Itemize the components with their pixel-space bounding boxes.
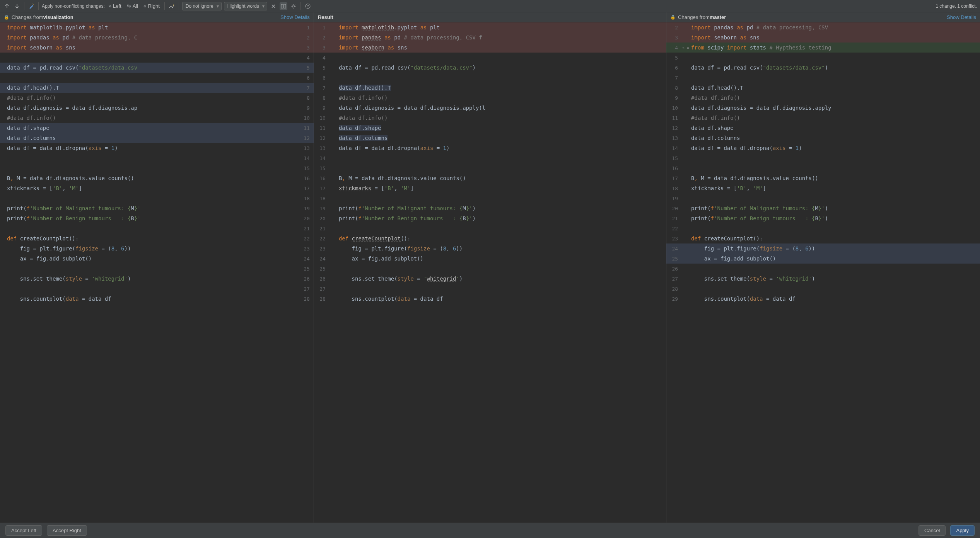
highlight-icon[interactable] [168,2,176,10]
code-line[interactable]: 13 data_df.columns [666,133,980,143]
code-line[interactable]: 7 data_df.head().T [314,83,666,93]
next-diff-icon[interactable] [13,2,21,10]
merge-action-icons[interactable]: « ✕ [682,46,690,50]
code-line[interactable]: import seaborn as sns 3 [0,43,314,53]
highlight-dropdown[interactable]: Highlight words [224,2,267,10]
apply-left-link[interactable]: » Left [109,3,121,9]
code-line[interactable]: 11 #data_df.info() [666,113,980,123]
code-line[interactable]: 20 print(f'Number of Benign tumours : {B… [314,213,666,223]
code-line[interactable]: 13 data_df = data_df.dropna(axis = 1) [314,143,666,153]
code-line[interactable]: 14 [314,153,666,163]
collapse-icon[interactable] [270,2,277,10]
code-line[interactable]: 16 [666,163,980,173]
magic-resolve-icon[interactable] [27,2,35,10]
code-line[interactable]: 17 xtickmarks = ['B', 'M'] [314,183,666,193]
code-line[interactable]: sns.set_theme(style = 'whitegrid') 26 [0,274,314,284]
code-line[interactable]: 4 [0,53,314,63]
code-line[interactable]: 15 [314,163,666,173]
code-line[interactable]: B, M = data_df.diagnosis.value_counts() … [0,173,314,183]
code-line[interactable]: 15 [0,163,314,173]
code-line[interactable]: 6 [0,73,314,83]
code-line[interactable]: #data_df.info() 8 [0,93,314,103]
code-line[interactable]: data_df.columns 12 [0,133,314,143]
help-icon[interactable]: ? [304,2,312,10]
code-line[interactable]: data_df.diagnosis = data_df.diagnosis.ap… [0,103,314,113]
apply-all-link[interactable]: ⇆ All [127,3,138,9]
code-line[interactable]: 2 import pandas as pd # data processing,… [314,32,666,43]
code-line[interactable]: 5 [666,53,980,63]
code-line[interactable]: fig = plt.figure(figsize = (8, 6)) 23 [0,243,314,254]
code-line[interactable]: ax = fig.add_subplot() 24 [0,254,314,264]
code-line[interactable]: 28 sns.countplot(data = data_df [314,294,666,304]
code-line[interactable]: 5 data_df = pd.read_csv("datasets/data.c… [314,63,666,73]
code-line[interactable]: xtickmarks = ['B', 'M'] 17 [0,183,314,193]
code-line[interactable]: 23 fig = plt.figure(figsize = (8, 6)) [314,243,666,254]
code-line[interactable]: 16 B, M = data_df.diagnosis.value_counts… [314,173,666,183]
code-line[interactable]: 14 data_df = data_df.dropna(axis = 1) [666,143,980,153]
code-line[interactable]: 4 [314,53,666,63]
code-line[interactable]: 26 [666,264,980,274]
code-line[interactable]: 27 sns.set_theme(style = 'whitegrid') [666,274,980,284]
code-line[interactable]: data_df.shape 11 [0,123,314,133]
middle-pane[interactable]: 1 import matplotlib.pyplot as plt 2 impo… [314,22,666,523]
code-line[interactable]: 10 data_df.diagnosis = data_df.diagnosis… [666,103,980,113]
code-line[interactable]: 9 #data_df.info() [666,93,980,103]
code-line[interactable]: 2 import pandas as pd # data processing,… [666,22,980,32]
code-line[interactable]: def createCountplot(): 22 [0,233,314,243]
code-line[interactable]: print(f'Number of Benign tumours : {B}' … [0,213,314,223]
show-details-left[interactable]: Show Details [280,14,310,20]
code-line[interactable]: 18 xtickmarks = ['B', 'M'] [666,183,980,193]
code-line[interactable]: import matplotlib.pyplot as plt 1 [0,22,314,32]
code-line[interactable]: 10 #data_df.info() [314,113,666,123]
code-line[interactable]: 23 def createCountplot(): [666,233,980,243]
code-line[interactable]: import pandas as pd # data processing, C… [0,32,314,43]
code-line[interactable]: 21 print(f'Number of Benign tumours : {B… [666,213,980,223]
left-pane[interactable]: import matplotlib.pyplot as plt 1 import… [0,22,314,523]
code-line[interactable]: 18 [0,193,314,203]
code-line[interactable]: 25 [314,264,666,274]
code-line[interactable]: 24 fig = plt.figure(figsize = (8, 6)) [666,243,980,254]
code-line[interactable]: 17 B, M = data_df.diagnosis.value_counts… [666,173,980,183]
code-line[interactable]: 3 import seaborn as sns [666,32,980,43]
code-line[interactable]: 21 [314,223,666,233]
prev-diff-icon[interactable] [3,2,11,10]
code-line[interactable]: 26 sns.set_theme(style = 'whitegrid') [314,274,666,284]
code-line[interactable]: 27 [0,284,314,294]
code-line[interactable]: 27 [314,284,666,294]
code-line[interactable]: 6 [314,73,666,83]
code-line[interactable]: 6 data_df = pd.read_csv("datasets/data.c… [666,63,980,73]
code-line[interactable]: 7 [666,73,980,83]
code-line[interactable]: 24 ax = fig.add_subplot() [314,254,666,264]
code-line[interactable]: 29 sns.countplot(data = data_df [666,294,980,304]
code-line[interactable]: 4 « ✕ from scipy import stats # Hypthesi… [666,43,980,53]
code-line[interactable]: 25 ax = fig.add_subplot() [666,254,980,264]
code-line[interactable]: 22 [666,223,980,233]
code-line[interactable]: 18 [314,193,666,203]
code-line[interactable]: 19 print(f'Number of Malignant tumours: … [314,203,666,213]
code-line[interactable]: 1 import matplotlib.pyplot as plt [314,22,666,32]
apply-right-link[interactable]: « Right [143,3,160,9]
code-line[interactable]: 12 data_df.shape [666,123,980,133]
code-line[interactable]: 14 [0,153,314,163]
gear-icon[interactable] [290,2,297,10]
right-pane[interactable]: 2 import pandas as pd # data processing,… [666,22,980,523]
code-line[interactable]: data_df = pd.read_csv("datasets/data.csv… [0,63,314,73]
code-line[interactable]: 19 [666,193,980,203]
code-line[interactable]: 25 [0,264,314,274]
code-line[interactable]: 22 def createCountplot(): [314,233,666,243]
code-line[interactable]: 15 [666,153,980,163]
code-line[interactable]: 8 data_df.head().T [666,83,980,93]
code-line[interactable]: 20 print(f'Number of Malignant tumours: … [666,203,980,213]
code-line[interactable]: 12 data_df.columns [314,133,666,143]
code-line[interactable]: 21 [0,223,314,233]
code-line[interactable]: 8 #data_df.info() [314,93,666,103]
code-line[interactable]: 3 import seaborn as sns [314,43,666,53]
ignore-dropdown[interactable]: Do not ignore [182,2,222,10]
code-line[interactable]: 9 data_df.diagnosis = data_df.diagnosis.… [314,103,666,113]
code-line[interactable]: data_df = data_df.dropna(axis = 1) 13 [0,143,314,153]
code-line[interactable]: print(f'Number of Malignant tumours: {M}… [0,203,314,213]
show-details-right[interactable]: Show Details [947,14,976,20]
code-line[interactable]: #data_df.info() 10 [0,113,314,123]
code-line[interactable]: 11 data_df.shape [314,123,666,133]
code-line[interactable]: data_df.head().T 7 [0,83,314,93]
